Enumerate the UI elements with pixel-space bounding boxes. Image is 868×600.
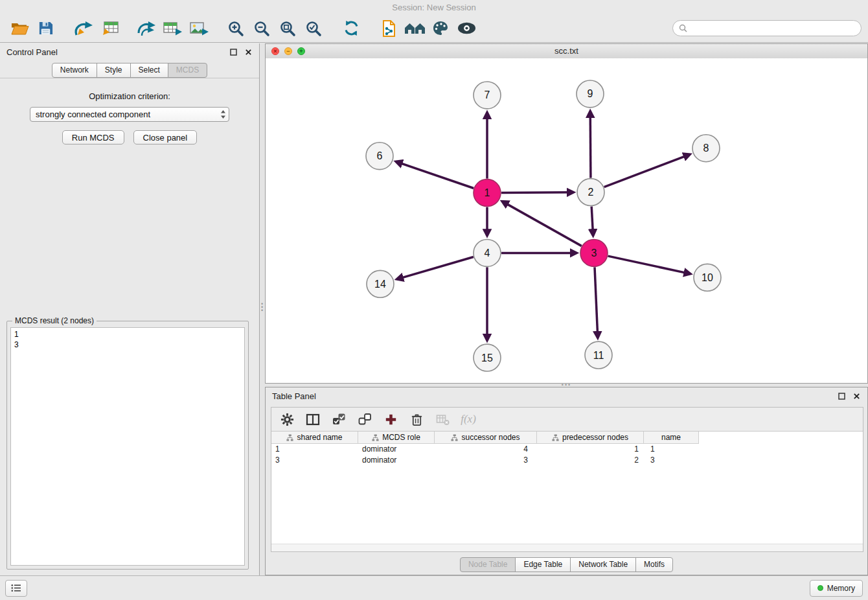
table-horizontal-scrollbar[interactable] [271,544,863,551]
show-columns-button[interactable] [305,411,321,427]
svg-text:11: 11 [593,350,604,361]
export-image-button[interactable] [185,16,211,41]
main-toolbar [0,14,868,43]
tab-node-table[interactable]: Node Table [460,557,516,572]
graph-node-3[interactable]: 3 [580,239,608,266]
graph-node-6[interactable]: 6 [366,143,393,170]
first-neighbors-houses-icon [404,21,426,36]
graph-node-1[interactable]: 1 [474,179,501,207]
column-header-successor-nodes[interactable]: successor nodes [435,432,537,444]
graph-node-4[interactable]: 4 [474,239,501,266]
zoom-in-button[interactable] [223,16,249,41]
tab-edge-table[interactable]: Edge Table [515,557,571,572]
apply-layout-button[interactable] [338,16,364,41]
graph-edge-2-8[interactable] [604,154,690,187]
table-row[interactable]: 1 dominator 4 1 1 [271,444,863,455]
zoom-selected-button[interactable] [301,16,326,41]
zoom-fit-button[interactable] [275,16,301,41]
minimize-window-icon[interactable]: − [284,47,292,55]
network-document-button[interactable] [376,16,402,41]
task-history-button[interactable] [5,580,27,597]
graph-node-10[interactable]: 10 [694,264,721,291]
zoom-out-icon [253,20,270,37]
table-row[interactable]: 3 dominator 3 2 3 [271,455,863,466]
network-window-titlebar[interactable]: × − + scc.txt [266,44,867,59]
float-panel-icon[interactable] [229,48,238,56]
import-table-button[interactable] [96,16,122,41]
graph-edge-1-6[interactable] [396,161,474,188]
graph-node-14[interactable]: 14 [367,270,394,297]
style-paint-button[interactable] [428,16,453,41]
tab-network-table[interactable]: Network Table [570,557,636,572]
zoom-out-button[interactable] [249,16,275,41]
criterion-dropdown[interactable]: strongly connected component [30,107,229,122]
graph-node-11[interactable]: 11 [585,341,612,369]
graph-edge-3-10[interactable] [608,256,691,274]
save-session-button[interactable] [32,16,58,41]
graph-node-8[interactable]: 8 [692,135,720,162]
column-header-predecessor-nodes[interactable]: predecessor nodes [537,432,644,444]
graph-edge-2-9[interactable] [590,111,591,178]
delete-table-button-disabled[interactable] [435,411,450,427]
node-table: shared name MCDS role successor nodes pr… [271,432,863,551]
toolbar-search[interactable] [672,20,862,36]
import-network-button[interactable] [70,16,96,41]
column-type-icon [451,434,458,441]
tab-motifs[interactable]: Motifs [635,557,673,572]
svg-text:4: 4 [485,248,490,259]
graph-edge-4-14[interactable] [397,257,474,279]
export-image-icon [188,20,209,37]
column-header-mcds-role[interactable]: MCDS role [358,432,435,444]
graph-edge-3-11[interactable] [595,267,598,338]
memory-button[interactable]: Memory [810,580,863,597]
graph-node-7[interactable]: 7 [474,82,501,109]
mcds-result-text[interactable]: 1 3 [10,327,245,566]
vertical-splitter[interactable]: ••• [260,43,265,575]
open-session-button[interactable] [6,16,32,41]
memory-label: Memory [827,584,855,593]
window-titlebar: Session: New Session [0,0,868,14]
close-panel-button[interactable]: Close panel [133,130,198,144]
first-neighbors-button[interactable] [402,16,428,41]
table-panel-title: Table Panel [272,391,316,401]
table-settings-button[interactable] [279,411,295,427]
function-builder-button-disabled[interactable]: f(x) [461,411,476,427]
column-header-shared-name[interactable]: shared name [271,432,358,444]
column-header-name[interactable]: name [644,432,699,444]
gear-icon [280,413,294,426]
close-table-panel-icon[interactable] [852,392,861,400]
svg-text:3: 3 [591,248,597,259]
tab-select[interactable]: Select [130,63,168,78]
close-window-icon[interactable]: × [271,47,279,55]
search-input[interactable] [691,23,855,34]
delete-table-icon [436,413,450,426]
import-table-icon [98,20,119,37]
column-type-icon [286,434,293,441]
deselect-all-button[interactable] [357,411,372,427]
svg-text:15: 15 [481,352,493,363]
close-panel-icon[interactable] [244,48,253,56]
graph-edge-3-1[interactable] [503,202,582,246]
tab-mcds[interactable]: MCDS [168,63,207,78]
export-network-button[interactable] [133,16,159,41]
graphics-details-button[interactable] [453,16,479,41]
select-all-button[interactable] [331,411,347,427]
graph-edge-2-3[interactable] [591,207,593,236]
network-graph: 7968124314101511 [266,58,867,383]
export-table-button[interactable] [159,16,185,41]
trash-icon [410,413,424,426]
graph-node-2[interactable]: 2 [577,179,604,206]
delete-column-button[interactable] [409,411,424,427]
network-canvas[interactable]: 7968124314101511 [266,58,867,383]
create-column-button[interactable] [383,411,398,427]
zoom-window-icon[interactable]: + [297,47,305,55]
graph-edge-1-2[interactable] [501,192,573,193]
graph-node-15[interactable]: 15 [474,344,501,371]
mcds-result-group: MCDS result (2 nodes) 1 3 [6,321,249,570]
tab-network[interactable]: Network [52,63,97,78]
zoom-fit-icon [279,20,296,37]
float-table-panel-icon[interactable] [838,392,846,400]
run-mcds-button[interactable]: Run MCDS [62,130,124,144]
graph-node-9[interactable]: 9 [577,80,604,108]
tab-style[interactable]: Style [97,63,131,78]
